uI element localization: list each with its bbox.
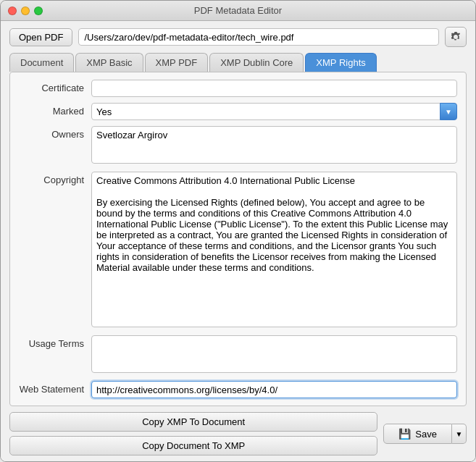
bottom-left-actions: Copy XMP To Document Copy Document To XM… <box>9 412 377 455</box>
marked-select-wrapper: Yes No ▼ <box>91 103 457 120</box>
file-path-input[interactable] <box>78 28 439 46</box>
save-button[interactable]: 💾 Save <box>383 424 452 444</box>
web-statement-label: Web Statement <box>19 381 91 395</box>
copy-doc-to-xmp-button[interactable]: Copy Document To XMP <box>9 436 377 455</box>
window-title: PDF Metadata Editor <box>194 5 282 16</box>
tab-bar: Document XMP Basic XMP PDF XMP Dublin Co… <box>1 53 475 72</box>
copyright-textarea[interactable] <box>91 172 457 327</box>
window-controls <box>8 7 43 15</box>
minimize-button[interactable] <box>21 7 30 15</box>
close-button[interactable] <box>8 7 17 15</box>
copy-xmp-to-doc-button[interactable]: Copy XMP To Document <box>9 412 377 432</box>
save-actions: 💾 Save ▼ <box>383 424 467 444</box>
title-bar: PDF Metadata Editor <box>1 1 475 21</box>
floppy-icon: 💾 <box>398 428 411 440</box>
owners-row: Owners <box>10 126 466 166</box>
certificate-row: Certificate <box>10 80 466 97</box>
gear-icon <box>450 31 462 43</box>
tab-document[interactable]: Document <box>9 53 74 72</box>
copyright-control <box>91 172 457 329</box>
usage-terms-control <box>91 335 457 375</box>
certificate-label: Certificate <box>19 80 91 93</box>
bottom-bar: Copy XMP To Document Copy Document To XM… <box>1 406 475 461</box>
owners-textarea[interactable] <box>91 126 457 164</box>
tab-xmp-dublin-core[interactable]: XMP Dublin Core <box>209 53 304 72</box>
marked-control: Yes No ▼ <box>91 103 457 120</box>
save-dropdown-button[interactable]: ▼ <box>452 424 467 444</box>
tab-xmp-rights[interactable]: XMP Rights <box>305 53 376 72</box>
certificate-input[interactable] <box>91 80 457 97</box>
usage-terms-textarea[interactable] <box>91 335 457 373</box>
copyright-label: Copyright <box>19 172 91 185</box>
certificate-control <box>91 80 457 97</box>
web-statement-row: Web Statement <box>10 381 466 398</box>
web-statement-control <box>91 381 457 398</box>
save-label: Save <box>415 429 437 440</box>
toolbar: Open PDF <box>1 21 475 53</box>
settings-button[interactable] <box>445 27 467 47</box>
usage-terms-label: Usage Terms <box>19 335 91 349</box>
marked-row: Marked Yes No ▼ <box>10 103 466 120</box>
open-pdf-button[interactable]: Open PDF <box>9 28 72 46</box>
owners-label: Owners <box>19 126 91 140</box>
main-window: PDF Metadata Editor Open PDF Document XM… <box>0 0 476 462</box>
tab-xmp-pdf[interactable]: XMP PDF <box>145 53 209 72</box>
usage-terms-row: Usage Terms <box>10 335 466 375</box>
maximize-button[interactable] <box>34 7 43 15</box>
copyright-row: Copyright <box>10 172 466 329</box>
content-panel: Certificate Marked Yes No ▼ <box>9 72 467 406</box>
marked-label: Marked <box>19 103 91 117</box>
form-area: Certificate Marked Yes No ▼ <box>10 72 466 406</box>
web-statement-input[interactable] <box>91 381 457 398</box>
tab-xmp-basic[interactable]: XMP Basic <box>75 53 143 72</box>
marked-select[interactable]: Yes No <box>91 103 457 120</box>
owners-control <box>91 126 457 166</box>
